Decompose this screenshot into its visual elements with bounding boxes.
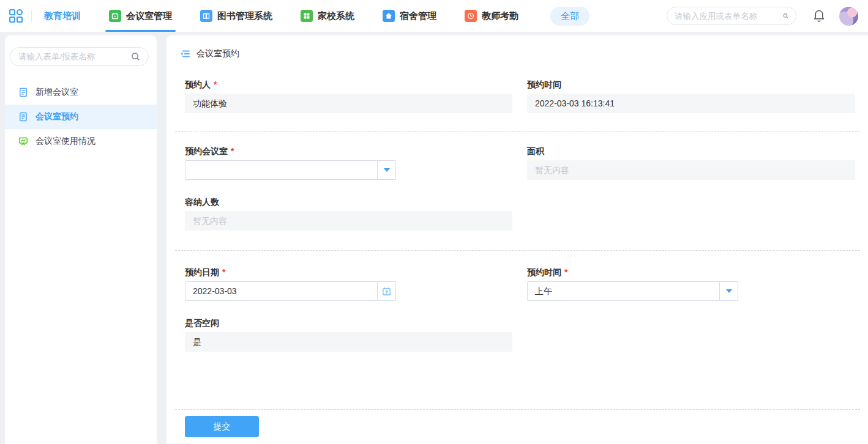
field-reserve-date: 预约日期* 2022-03-03	[185, 267, 512, 301]
attendance-clock-icon	[465, 10, 477, 22]
reserve-date-picker[interactable]: 2022-03-03	[185, 281, 396, 301]
reservation-form: 预约人* 功能体验 预约时间 2022-03-03 16:13:41 预约会议室…	[175, 62, 860, 409]
sidebar-item-label: 会议室使用情况	[36, 136, 95, 147]
nav-label: 图书管理系统	[217, 10, 272, 22]
field-label: 预约时间	[527, 267, 561, 277]
form-doc-icon	[18, 87, 28, 97]
nav-item-meeting-room-management[interactable]: 会议室管理	[109, 0, 172, 32]
nav-label: 教师考勤	[482, 10, 518, 22]
homeschool-blocks-icon	[301, 10, 313, 22]
field-label: 预约人	[185, 80, 211, 89]
field-label: 面积	[527, 146, 544, 156]
field-label: 预约会议室	[185, 146, 228, 156]
sidebar: 新增会议室 会议室预约 会议室使用情况	[5, 35, 157, 444]
field-label: 是否空闲	[185, 318, 219, 328]
capacity-value: 暂无内容	[185, 211, 512, 231]
nav-item-library-system[interactable]: 图书管理系统	[200, 0, 272, 32]
time-slot-select[interactable]: 上午	[527, 281, 738, 301]
sidebar-search-input[interactable]	[18, 52, 131, 61]
field-label: 预约日期	[185, 267, 219, 277]
apps-grid-icon[interactable]	[9, 9, 23, 23]
form-section-2: 预约会议室* 面积 暂无内容	[175, 146, 860, 180]
nav-item-dorm-management[interactable]: 宿舍管理	[383, 0, 436, 32]
nav-item-education-training[interactable]: 教育培训	[44, 0, 81, 32]
form-footer: 提交	[175, 409, 860, 444]
field-label: 预约时间	[527, 80, 561, 89]
required-mark: *	[222, 267, 225, 277]
app-nav: 教育培训 会议室管理 图书管理系统	[44, 0, 589, 32]
required-mark: *	[231, 146, 234, 156]
form-row-capacity: 容纳人数 暂无内容	[175, 197, 860, 231]
sidebar-item-label: 新增会议室	[36, 87, 78, 98]
required-mark: *	[214, 80, 217, 89]
meeting-room-value[interactable]	[185, 160, 378, 180]
nav-label: 宿舍管理	[400, 10, 436, 22]
nav-item-all[interactable]: 全部	[550, 7, 589, 26]
topbar-right	[667, 7, 858, 26]
submit-button[interactable]: 提交	[185, 416, 259, 437]
time-slot-value[interactable]: 上午	[527, 281, 720, 301]
form-row-is-free: 是否空闲 是	[175, 318, 860, 352]
report-board-icon	[18, 136, 28, 146]
required-mark: *	[564, 267, 567, 277]
main-panel: 会议室预约 预约人* 功能体验 预约时间 2022-03-03 16:13:41	[166, 35, 868, 444]
page-title: 会议室预约	[196, 48, 239, 59]
field-reserver: 预约人* 功能体验	[185, 80, 512, 113]
time-slot-dropdown-button[interactable]	[720, 281, 738, 301]
dorm-house-icon	[383, 10, 395, 22]
section-divider	[175, 250, 860, 251]
form-section-1: 预约人* 功能体验 预约时间 2022-03-03 16:13:41	[175, 80, 860, 113]
section-divider	[175, 131, 860, 132]
nav-item-home-school-system[interactable]: 家校系统	[301, 0, 354, 32]
nav-label: 教育培训	[44, 10, 81, 22]
calendar-icon	[382, 287, 391, 296]
field-reserve-time: 预约时间 2022-03-03 16:13:41	[527, 80, 855, 113]
sidebar-item-add-meeting-room[interactable]: 新增会议室	[5, 80, 157, 105]
sidebar-item-meeting-room-reservation[interactable]: 会议室预约	[5, 105, 157, 129]
notification-bell-icon[interactable]	[813, 9, 825, 23]
meeting-room-dropdown-button[interactable]	[378, 160, 396, 180]
sidebar-search[interactable]	[10, 47, 149, 66]
chevron-down-icon	[384, 168, 390, 172]
search-icon[interactable]	[131, 52, 140, 61]
area-value: 暂无内容	[527, 160, 855, 180]
capacity-placeholder: 暂无内容	[193, 216, 227, 226]
reserve-time-value: 2022-03-03 16:13:41	[527, 94, 855, 113]
reserver-value: 功能体验	[185, 94, 512, 113]
meeting-calendar-icon	[109, 10, 121, 22]
global-search-input[interactable]	[675, 12, 783, 21]
meeting-room-select[interactable]	[185, 160, 396, 180]
nav-label: 家校系统	[318, 10, 354, 22]
form-section-3: 预约日期* 2022-03-03	[175, 267, 860, 301]
field-capacity: 容纳人数 暂无内容	[185, 197, 512, 231]
search-icon[interactable]	[783, 11, 788, 21]
field-area: 面积 暂无内容	[527, 146, 855, 180]
field-is-free: 是否空闲 是	[185, 318, 512, 352]
sidebar-item-meeting-room-usage[interactable]: 会议室使用情况	[5, 129, 157, 154]
collapse-menu-icon[interactable]	[179, 48, 190, 59]
topbar-divider	[31, 10, 32, 22]
sidebar-menu: 新增会议室 会议室预约 会议室使用情况	[5, 80, 157, 154]
user-avatar[interactable]	[839, 7, 858, 26]
global-search[interactable]	[667, 7, 796, 25]
topbar: 教育培训 会议室管理 图书管理系统	[0, 0, 868, 32]
field-label: 容纳人数	[185, 197, 219, 207]
library-book-icon	[200, 10, 212, 22]
form-doc-icon	[18, 112, 28, 122]
content-area: 新增会议室 会议室预约 会议室使用情况	[0, 32, 868, 444]
reserve-date-value[interactable]: 2022-03-03	[185, 281, 378, 301]
field-meeting-room: 预约会议室*	[185, 146, 512, 180]
is-free-value: 是	[185, 332, 512, 352]
field-time-slot: 预约时间* 上午	[527, 267, 855, 301]
sidebar-item-label: 会议室预约	[36, 111, 78, 122]
nav-item-teacher-attendance[interactable]: 教师考勤	[465, 0, 518, 32]
area-placeholder: 暂无内容	[535, 165, 569, 175]
nav-label: 会议室管理	[126, 10, 172, 22]
chevron-down-icon	[726, 289, 732, 293]
main-header: 会议室预约	[179, 45, 860, 62]
calendar-button[interactable]	[378, 281, 396, 301]
